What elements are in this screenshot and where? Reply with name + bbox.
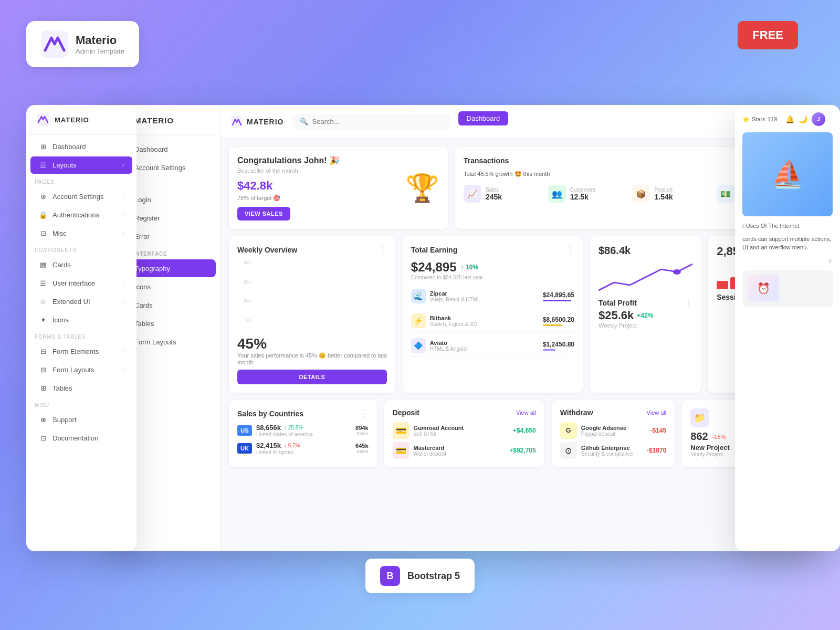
github-name: Github Enterprise: [581, 445, 633, 451]
second-sidebar-form-layouts[interactable]: ⊟ Form Layouts ›: [30, 361, 132, 379]
uk-country-name: United Kingdom: [256, 449, 351, 455]
second-sidebar-extended[interactable]: ☆ Extended UI ›: [30, 293, 132, 310]
weekly-menu-icon[interactable]: ⋮: [379, 245, 387, 255]
product-label: Product: [654, 187, 673, 193]
moon-icon[interactable]: 🌙: [799, 115, 807, 123]
second-sidebar-docs[interactable]: ⊡ Documentation: [30, 429, 132, 447]
second-sidebar-dashboard[interactable]: ⊞ Dashboard: [30, 138, 132, 155]
mastercard-amount: +$92,705: [509, 447, 536, 454]
view-sales-button[interactable]: VIEW SALES: [237, 207, 290, 220]
bitbank-amount-col: $8,6500.20: [543, 316, 574, 326]
tables2-icon: ⊞: [39, 384, 47, 392]
second-sidebar-form-elements-label: Form Elements: [52, 348, 99, 355]
bitbank-amount: $8,6500.20: [543, 316, 574, 323]
profit-amount-value: $25.6k: [598, 309, 634, 322]
deposit-row-gumroad: 💳 Gumroad Account Sell UI Kit +$4,650: [393, 422, 536, 439]
github-info: Github Enterprise Security & compliance: [581, 445, 633, 457]
new-project-icon: 📁: [690, 408, 709, 427]
expand-icon[interactable]: ∨: [742, 256, 833, 265]
top-brand-name: Materio: [76, 34, 124, 47]
sidebar-form-layouts-label: Form Layouts: [134, 338, 176, 346]
google-info: Google Adsense Paypal deposit: [581, 425, 626, 437]
earning-growth-badge: ↑ 10%: [461, 264, 478, 271]
aviato-info: Aviato HTML & Angular: [430, 340, 468, 352]
deposit-header: Deposit View all: [393, 408, 536, 417]
details-button[interactable]: DETAILS: [237, 370, 387, 384]
bootstrap-label: Bootstrap 5: [407, 571, 460, 582]
second-sidebar-layouts[interactable]: ☰ Layouts ›: [30, 156, 132, 174]
profit-menu-icon[interactable]: ⋮: [684, 298, 692, 308]
bootstrap-icon: B: [380, 566, 400, 586]
zipcar-amount: $24,895.65: [543, 291, 574, 299]
stat-sales: 📈 Sales 245k: [464, 185, 544, 203]
earning-rows: 🌊 Zipcar Vuejs, React & HTML $24,895.65: [411, 286, 574, 356]
customers-stat-icon: 👥: [548, 185, 566, 203]
gumroad-amount: +$4,650: [513, 427, 536, 434]
us-flag: US: [237, 425, 252, 436]
earning-title: Total Earning: [411, 246, 457, 254]
earning-row-zipcar: 🌊 Zipcar Vuejs, React & HTML $24,895.65: [411, 286, 574, 307]
second-sidebar-icons[interactable]: ✦ Icons: [30, 311, 132, 329]
weekly-desc: Your sales performance is 45% 😊 better c…: [237, 352, 387, 365]
gumroad-sub: Sell UI Kit: [414, 431, 464, 437]
countries-menu-icon[interactable]: ⋮: [360, 408, 369, 418]
second-sidebar-misc[interactable]: ⊡ Misc ›: [30, 225, 132, 242]
customers-value: 12.5k: [570, 193, 595, 201]
country-rows: US $8,656k ↑ 25.8% United states of amer…: [237, 424, 369, 455]
bitbank-sub: Sketch, Figma & XD: [430, 321, 477, 327]
uk-amount-row: $2,415k ↓ 6.2%: [256, 442, 351, 449]
right-panel-card-title: r Uses Of The Internet: [742, 222, 833, 230]
new-project-count: 862: [690, 430, 708, 443]
earning-header: Total Earning ⋮: [411, 245, 574, 255]
profit-header-value: $86.4k: [598, 245, 692, 257]
search-input[interactable]: [312, 118, 443, 125]
mastercard-info: Mastercard Wallet deposit: [414, 445, 446, 457]
extended-chevron-icon: ›: [122, 299, 124, 304]
second-sidebar-ui[interactable]: ☰ User interface ›: [30, 275, 132, 292]
second-sidebar-tables[interactable]: ⊞ Tables: [30, 380, 132, 397]
second-sidebar-cards[interactable]: ▦ Cards: [30, 256, 132, 274]
sidebar-brand-label: MATERIO: [134, 116, 174, 125]
y-axis: 90k 60k 30k 0k: [237, 260, 253, 323]
country-row-us: US $8,656k ↑ 25.8% United states of amer…: [237, 424, 369, 437]
aviato-amount: $1,2450.80: [543, 341, 574, 348]
right-panel: ⭐ Stars 119 🔔 🌙 J ⛵ r Uses Of The Intern…: [735, 105, 840, 551]
search-icon: 🔍: [300, 118, 308, 125]
countries-header: Sales by Countries ⋮: [237, 408, 369, 418]
deposit-view-all[interactable]: View all: [516, 410, 536, 416]
second-sidebar-form-elements[interactable]: ⊟ Form Elements ›: [30, 343, 132, 360]
chart-bars: [255, 264, 387, 327]
congrats-card: Congratulations John! 🎉 Best seller of t…: [229, 147, 448, 229]
total-earning-card: Total Earning ⋮ $24,895 ↑ 10% Compared t…: [403, 236, 583, 393]
second-sidebar-support[interactable]: ⊕ Support: [30, 411, 132, 428]
second-sidebar-account-settings[interactable]: ⊛ Account Settings ›: [30, 188, 132, 205]
revenue-stat-icon: 💵: [717, 185, 734, 203]
bootstrap-badge: B Bootstrap 5: [365, 559, 475, 593]
withdraw-view-all[interactable]: View all: [647, 410, 667, 416]
topbar-search[interactable]: 🔍: [292, 114, 450, 129]
second-sidebar-layouts-label: Layouts: [52, 161, 77, 169]
topbar-logo: MATERIO: [231, 116, 284, 128]
us-sales-label: Sales: [355, 431, 368, 436]
second-sidebar-auth[interactable]: 🔒 Authentications ›: [30, 206, 132, 224]
bell-icon[interactable]: 🔔: [785, 115, 794, 123]
second-sidebar-icons-label: Icons: [52, 316, 69, 324]
auth-icon: 🔒: [39, 211, 47, 219]
deposit-card: Deposit View all 💳 Gumroad Account Sell …: [384, 400, 544, 467]
form-layouts-icon: ⊟: [39, 366, 47, 374]
github-sub: Security & compliance: [581, 451, 633, 457]
icons2-icon: ✦: [39, 316, 47, 324]
sales-stat-icon: 📈: [464, 185, 481, 203]
withdraw-title: Withdraw: [560, 408, 593, 417]
earning-menu-icon[interactable]: ⋮: [566, 245, 574, 255]
zipcar-amount-col: $24,895.65: [543, 291, 574, 301]
row-3: Sales by Countries ⋮ US $8,656k ↑ 25.8%: [229, 400, 805, 467]
aviato-amount-col: $1,2450.80: [543, 341, 574, 351]
support-icon: ⊕: [39, 416, 47, 424]
new-project-growth: -18%: [712, 434, 726, 440]
uk-sales-label: Sales: [355, 449, 368, 454]
right-panel-avatar[interactable]: J: [812, 112, 825, 126]
zipcar-sub: Vuejs, React & HTML: [430, 297, 480, 302]
y-60k: 60k: [237, 279, 251, 285]
nav-dashboard-tab[interactable]: Dashboard: [458, 111, 509, 125]
